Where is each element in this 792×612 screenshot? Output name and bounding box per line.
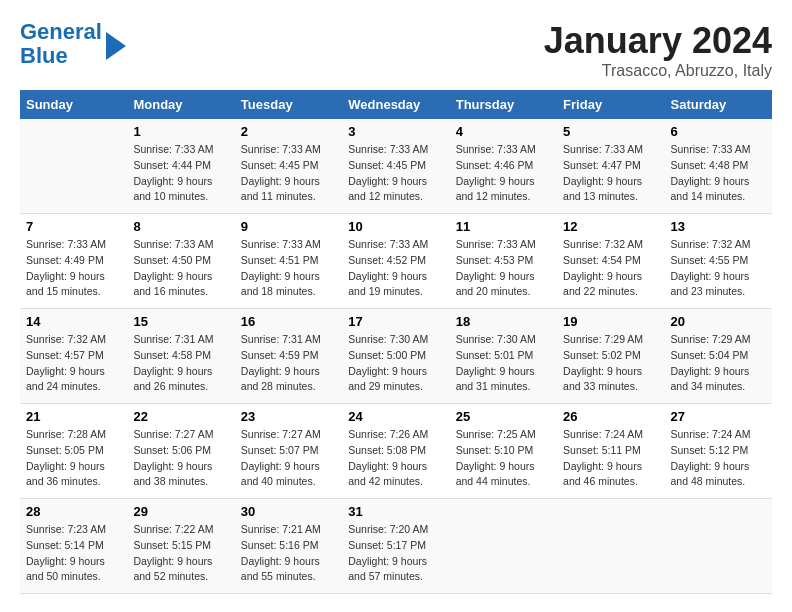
day-info: Sunrise: 7:25 AMSunset: 5:10 PMDaylight:… bbox=[456, 427, 551, 490]
day-info: Sunrise: 7:32 AMSunset: 4:55 PMDaylight:… bbox=[671, 237, 766, 300]
calendar-cell: 26Sunrise: 7:24 AMSunset: 5:11 PMDayligh… bbox=[557, 404, 664, 499]
day-info: Sunrise: 7:33 AMSunset: 4:47 PMDaylight:… bbox=[563, 142, 658, 205]
day-number: 24 bbox=[348, 409, 443, 424]
day-info: Sunrise: 7:29 AMSunset: 5:02 PMDaylight:… bbox=[563, 332, 658, 395]
calendar-cell: 21Sunrise: 7:28 AMSunset: 5:05 PMDayligh… bbox=[20, 404, 127, 499]
calendar-cell: 2Sunrise: 7:33 AMSunset: 4:45 PMDaylight… bbox=[235, 119, 342, 214]
calendar-cell: 28Sunrise: 7:23 AMSunset: 5:14 PMDayligh… bbox=[20, 499, 127, 594]
day-info: Sunrise: 7:24 AMSunset: 5:12 PMDaylight:… bbox=[671, 427, 766, 490]
calendar-cell: 17Sunrise: 7:30 AMSunset: 5:00 PMDayligh… bbox=[342, 309, 449, 404]
calendar-cell: 25Sunrise: 7:25 AMSunset: 5:10 PMDayligh… bbox=[450, 404, 557, 499]
calendar-cell: 8Sunrise: 7:33 AMSunset: 4:50 PMDaylight… bbox=[127, 214, 234, 309]
day-info: Sunrise: 7:32 AMSunset: 4:54 PMDaylight:… bbox=[563, 237, 658, 300]
day-number: 4 bbox=[456, 124, 551, 139]
calendar-week-row: 1Sunrise: 7:33 AMSunset: 4:44 PMDaylight… bbox=[20, 119, 772, 214]
calendar-cell: 7Sunrise: 7:33 AMSunset: 4:49 PMDaylight… bbox=[20, 214, 127, 309]
logo-line2: Blue bbox=[20, 43, 68, 68]
calendar-cell bbox=[557, 499, 664, 594]
day-number: 14 bbox=[26, 314, 121, 329]
calendar-cell: 12Sunrise: 7:32 AMSunset: 4:54 PMDayligh… bbox=[557, 214, 664, 309]
calendar-cell: 31Sunrise: 7:20 AMSunset: 5:17 PMDayligh… bbox=[342, 499, 449, 594]
day-info: Sunrise: 7:32 AMSunset: 4:57 PMDaylight:… bbox=[26, 332, 121, 395]
calendar-cell: 5Sunrise: 7:33 AMSunset: 4:47 PMDaylight… bbox=[557, 119, 664, 214]
day-info: Sunrise: 7:31 AMSunset: 4:58 PMDaylight:… bbox=[133, 332, 228, 395]
calendar-cell: 4Sunrise: 7:33 AMSunset: 4:46 PMDaylight… bbox=[450, 119, 557, 214]
day-number: 10 bbox=[348, 219, 443, 234]
day-info: Sunrise: 7:24 AMSunset: 5:11 PMDaylight:… bbox=[563, 427, 658, 490]
day-info: Sunrise: 7:29 AMSunset: 5:04 PMDaylight:… bbox=[671, 332, 766, 395]
day-number: 18 bbox=[456, 314, 551, 329]
day-info: Sunrise: 7:26 AMSunset: 5:08 PMDaylight:… bbox=[348, 427, 443, 490]
day-number: 13 bbox=[671, 219, 766, 234]
day-number: 1 bbox=[133, 124, 228, 139]
day-info: Sunrise: 7:33 AMSunset: 4:53 PMDaylight:… bbox=[456, 237, 551, 300]
day-info: Sunrise: 7:30 AMSunset: 5:00 PMDaylight:… bbox=[348, 332, 443, 395]
calendar-cell: 29Sunrise: 7:22 AMSunset: 5:15 PMDayligh… bbox=[127, 499, 234, 594]
calendar-cell: 1Sunrise: 7:33 AMSunset: 4:44 PMDaylight… bbox=[127, 119, 234, 214]
page-header: General Blue January 2024 Trasacco, Abru… bbox=[20, 20, 772, 80]
calendar-cell: 19Sunrise: 7:29 AMSunset: 5:02 PMDayligh… bbox=[557, 309, 664, 404]
day-info: Sunrise: 7:28 AMSunset: 5:05 PMDaylight:… bbox=[26, 427, 121, 490]
day-info: Sunrise: 7:27 AMSunset: 5:06 PMDaylight:… bbox=[133, 427, 228, 490]
day-info: Sunrise: 7:31 AMSunset: 4:59 PMDaylight:… bbox=[241, 332, 336, 395]
day-number: 15 bbox=[133, 314, 228, 329]
calendar-cell: 24Sunrise: 7:26 AMSunset: 5:08 PMDayligh… bbox=[342, 404, 449, 499]
calendar-week-row: 21Sunrise: 7:28 AMSunset: 5:05 PMDayligh… bbox=[20, 404, 772, 499]
day-number: 3 bbox=[348, 124, 443, 139]
day-number: 29 bbox=[133, 504, 228, 519]
day-number: 12 bbox=[563, 219, 658, 234]
day-number: 26 bbox=[563, 409, 658, 424]
day-info: Sunrise: 7:33 AMSunset: 4:49 PMDaylight:… bbox=[26, 237, 121, 300]
calendar-cell: 6Sunrise: 7:33 AMSunset: 4:48 PMDaylight… bbox=[665, 119, 772, 214]
day-number: 6 bbox=[671, 124, 766, 139]
calendar-week-row: 28Sunrise: 7:23 AMSunset: 5:14 PMDayligh… bbox=[20, 499, 772, 594]
day-number: 23 bbox=[241, 409, 336, 424]
day-of-week-header: Friday bbox=[557, 90, 664, 119]
day-info: Sunrise: 7:27 AMSunset: 5:07 PMDaylight:… bbox=[241, 427, 336, 490]
day-info: Sunrise: 7:33 AMSunset: 4:46 PMDaylight:… bbox=[456, 142, 551, 205]
page-title: January 2024 bbox=[544, 20, 772, 62]
calendar-week-row: 7Sunrise: 7:33 AMSunset: 4:49 PMDaylight… bbox=[20, 214, 772, 309]
calendar-cell: 10Sunrise: 7:33 AMSunset: 4:52 PMDayligh… bbox=[342, 214, 449, 309]
calendar-cell: 18Sunrise: 7:30 AMSunset: 5:01 PMDayligh… bbox=[450, 309, 557, 404]
day-info: Sunrise: 7:23 AMSunset: 5:14 PMDaylight:… bbox=[26, 522, 121, 585]
calendar-cell: 22Sunrise: 7:27 AMSunset: 5:06 PMDayligh… bbox=[127, 404, 234, 499]
day-of-week-header: Monday bbox=[127, 90, 234, 119]
day-info: Sunrise: 7:33 AMSunset: 4:50 PMDaylight:… bbox=[133, 237, 228, 300]
day-number: 28 bbox=[26, 504, 121, 519]
calendar-cell: 27Sunrise: 7:24 AMSunset: 5:12 PMDayligh… bbox=[665, 404, 772, 499]
calendar-cell bbox=[20, 119, 127, 214]
day-number: 17 bbox=[348, 314, 443, 329]
calendar-cell: 16Sunrise: 7:31 AMSunset: 4:59 PMDayligh… bbox=[235, 309, 342, 404]
day-of-week-header: Wednesday bbox=[342, 90, 449, 119]
calendar-cell: 3Sunrise: 7:33 AMSunset: 4:45 PMDaylight… bbox=[342, 119, 449, 214]
day-number: 25 bbox=[456, 409, 551, 424]
day-of-week-header: Tuesday bbox=[235, 90, 342, 119]
calendar-cell: 23Sunrise: 7:27 AMSunset: 5:07 PMDayligh… bbox=[235, 404, 342, 499]
day-of-week-header: Saturday bbox=[665, 90, 772, 119]
day-number: 16 bbox=[241, 314, 336, 329]
day-info: Sunrise: 7:33 AMSunset: 4:44 PMDaylight:… bbox=[133, 142, 228, 205]
day-of-week-header: Sunday bbox=[20, 90, 127, 119]
calendar-cell bbox=[665, 499, 772, 594]
day-info: Sunrise: 7:33 AMSunset: 4:45 PMDaylight:… bbox=[241, 142, 336, 205]
calendar-table: SundayMondayTuesdayWednesdayThursdayFrid… bbox=[20, 90, 772, 594]
calendar-cell: 14Sunrise: 7:32 AMSunset: 4:57 PMDayligh… bbox=[20, 309, 127, 404]
logo: General Blue bbox=[20, 20, 126, 68]
calendar-cell: 11Sunrise: 7:33 AMSunset: 4:53 PMDayligh… bbox=[450, 214, 557, 309]
day-number: 30 bbox=[241, 504, 336, 519]
day-number: 21 bbox=[26, 409, 121, 424]
day-of-week-header: Thursday bbox=[450, 90, 557, 119]
day-info: Sunrise: 7:30 AMSunset: 5:01 PMDaylight:… bbox=[456, 332, 551, 395]
day-number: 2 bbox=[241, 124, 336, 139]
page-subtitle: Trasacco, Abruzzo, Italy bbox=[544, 62, 772, 80]
day-number: 11 bbox=[456, 219, 551, 234]
calendar-header-row: SundayMondayTuesdayWednesdayThursdayFrid… bbox=[20, 90, 772, 119]
logo-line1: General bbox=[20, 19, 102, 44]
calendar-cell: 9Sunrise: 7:33 AMSunset: 4:51 PMDaylight… bbox=[235, 214, 342, 309]
day-number: 31 bbox=[348, 504, 443, 519]
day-number: 20 bbox=[671, 314, 766, 329]
day-number: 22 bbox=[133, 409, 228, 424]
calendar-cell: 13Sunrise: 7:32 AMSunset: 4:55 PMDayligh… bbox=[665, 214, 772, 309]
calendar-week-row: 14Sunrise: 7:32 AMSunset: 4:57 PMDayligh… bbox=[20, 309, 772, 404]
